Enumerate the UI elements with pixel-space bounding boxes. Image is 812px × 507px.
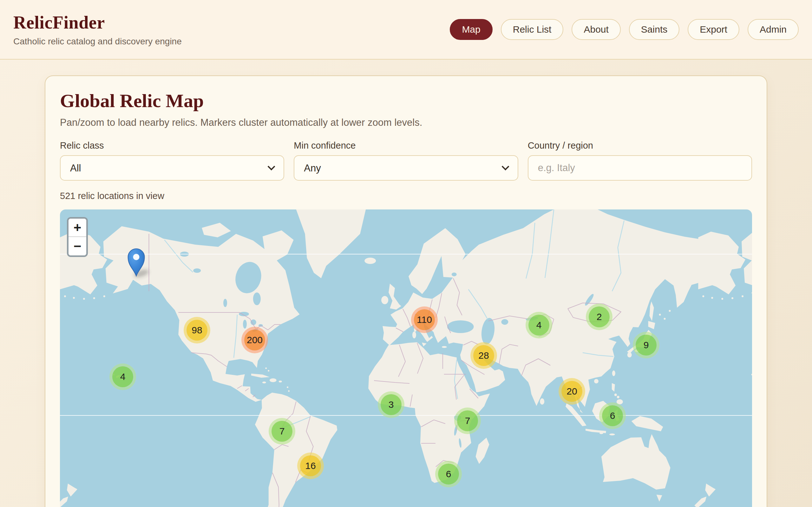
cluster-marker[interactable]: 7 (269, 418, 295, 445)
main-nav: MapRelic ListAboutSaintsExportAdmin (450, 19, 799, 40)
status-text: 521 relic locations in view (60, 191, 752, 201)
nav-admin[interactable]: Admin (748, 19, 799, 40)
cluster-layer: 98200411028429206377166 (60, 210, 752, 507)
nav-about[interactable]: About (571, 19, 620, 40)
min-confidence-select[interactable]: Any (294, 155, 518, 181)
page-title: Global Relic Map (60, 90, 752, 112)
cluster-count: 3 (389, 399, 394, 410)
cluster-marker[interactable]: 28 (470, 342, 497, 369)
zoom-in-button[interactable]: + (68, 219, 86, 237)
country-label: Country / region (528, 140, 752, 151)
nav-saints[interactable]: Saints (629, 19, 679, 40)
min-confidence-filter: Min confidence Any (294, 140, 518, 181)
cluster-marker[interactable]: 98 (184, 317, 210, 343)
cluster-count: 7 (280, 426, 285, 437)
cluster-marker[interactable]: 2 (586, 303, 612, 330)
cluster-marker[interactable]: 4 (109, 363, 136, 390)
cluster-marker[interactable]: 110 (411, 306, 438, 333)
cluster-count: 7 (465, 415, 470, 426)
relic-class-select-input[interactable]: All (60, 155, 284, 181)
min-confidence-label: Min confidence (294, 140, 518, 151)
cluster-marker[interactable]: 16 (297, 452, 324, 479)
cluster-count: 2 (597, 312, 602, 322)
country-input[interactable] (528, 155, 752, 181)
cluster-marker[interactable]: 4 (525, 312, 552, 338)
cluster-count: 6 (610, 410, 615, 421)
relic-class-select[interactable]: All (60, 155, 284, 181)
cluster-count: 110 (417, 314, 432, 325)
cluster-count: 16 (305, 460, 316, 471)
cluster-marker[interactable]: 6 (599, 402, 626, 429)
cluster-marker[interactable]: 200 (241, 327, 268, 353)
cluster-marker[interactable]: 20 (559, 378, 585, 405)
cluster-count: 20 (566, 386, 577, 397)
min-confidence-select-input[interactable]: Any (294, 155, 518, 181)
cluster-count: 9 (644, 340, 649, 350)
app-subtitle: Catholic relic catalog and discovery eng… (13, 37, 182, 47)
cluster-count: 200 (247, 335, 263, 345)
filter-row: Relic class All Min confidence Any Count… (60, 140, 752, 181)
cluster-marker[interactable]: 3 (378, 391, 404, 418)
cluster-marker[interactable]: 6 (435, 461, 462, 487)
app-header: RelicFinder Catholic relic catalog and d… (0, 0, 812, 60)
relic-class-filter: Relic class All (60, 140, 284, 181)
cluster-marker[interactable]: 7 (454, 407, 481, 434)
cluster-count: 98 (192, 325, 202, 336)
map-card: Global Relic Map Pan/zoom to load nearby… (45, 75, 767, 507)
zoom-control: + − (67, 217, 88, 257)
app-title: RelicFinder (13, 12, 182, 33)
nav-export[interactable]: Export (688, 19, 740, 40)
map-canvas[interactable]: 98200411028429206377166 + − (60, 210, 752, 507)
page-subtitle: Pan/zoom to load nearby relics. Markers … (60, 117, 752, 128)
cluster-count: 6 (446, 469, 451, 480)
brand-block: RelicFinder Catholic relic catalog and d… (13, 12, 182, 47)
nav-relic-list[interactable]: Relic List (501, 19, 564, 40)
cluster-count: 28 (478, 350, 489, 361)
relic-class-label: Relic class (60, 140, 284, 151)
cluster-marker[interactable]: 9 (633, 332, 659, 358)
zoom-out-button[interactable]: − (68, 237, 86, 256)
country-filter: Country / region (528, 140, 752, 181)
cluster-count: 4 (537, 320, 542, 331)
cluster-count: 4 (120, 372, 125, 382)
nav-map[interactable]: Map (450, 19, 492, 40)
